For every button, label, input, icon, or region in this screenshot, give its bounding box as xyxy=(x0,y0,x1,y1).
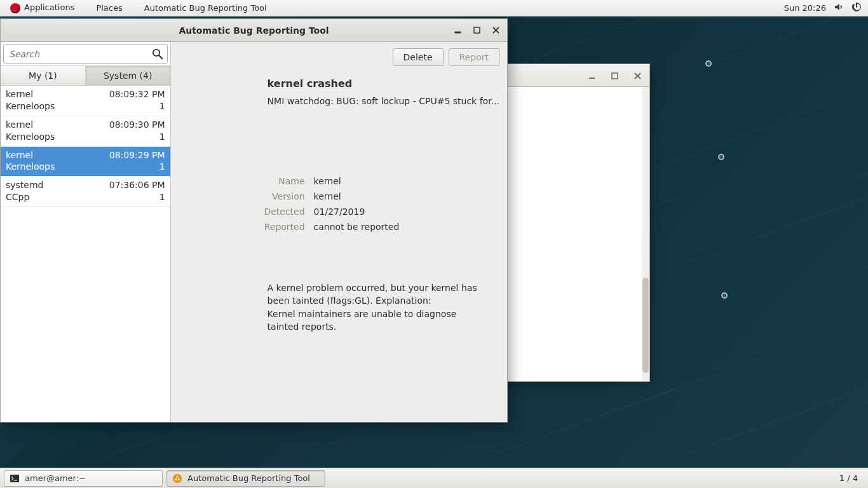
bottom-taskbar: amer@amer:~Automatic Bug Reporting Tool … xyxy=(0,468,868,488)
abrt-sidebar: My (1) System (4) kernel08:09:32 PMKerne… xyxy=(1,42,171,422)
svg-rect-3 xyxy=(474,27,480,33)
taskbar-task[interactable]: Automatic Bug Reporting Tool xyxy=(166,470,325,487)
tab-system[interactable]: System (4) xyxy=(86,66,170,85)
abrt-icon xyxy=(172,473,182,484)
svg-rect-0 xyxy=(589,78,595,79)
svg-rect-7 xyxy=(177,477,177,479)
label-detected: Detected xyxy=(171,207,314,217)
bg-decoration xyxy=(718,154,724,160)
detail-explanation: A kernel problem occurred, but your kern… xyxy=(268,281,484,333)
taskbar-task-label: amer@amer:~ xyxy=(25,473,86,483)
abrt-window-title: Automatic Bug Reporting Tool xyxy=(179,25,329,36)
report-button: Report xyxy=(449,48,499,66)
tab-my[interactable]: My (1) xyxy=(1,66,86,85)
detail-subtitle: NMI watchdog: BUG: soft lockup - CPU#5 s… xyxy=(268,96,499,106)
svg-rect-5 xyxy=(10,475,19,482)
abrt-minimize-button[interactable] xyxy=(449,23,466,38)
terminal-maximize-button[interactable] xyxy=(606,69,623,82)
power-icon[interactable] xyxy=(851,2,862,14)
svg-rect-1 xyxy=(612,73,618,79)
terminal-close-button[interactable] xyxy=(629,69,646,82)
svg-rect-2 xyxy=(455,32,461,33)
distro-logo-icon xyxy=(10,3,20,13)
crash-item[interactable]: systemd07:36:06 PMCCpp1 xyxy=(1,177,170,207)
filter-tabs: My (1) System (4) xyxy=(1,65,170,86)
taskbar-task-label: Automatic Bug Reporting Tool xyxy=(187,473,310,483)
label-name: Name xyxy=(171,176,314,186)
crash-item[interactable]: kernel08:09:30 PMKerneloops1 xyxy=(1,116,170,147)
value-reported: cannot be reported xyxy=(314,222,400,232)
taskbar-task[interactable]: amer@amer:~ xyxy=(4,470,163,487)
applications-label: Applications xyxy=(24,3,74,12)
top-panel: Applications Places Automatic Bug Report… xyxy=(0,0,868,17)
workspace-indicator[interactable]: 1 / 4 xyxy=(833,473,864,483)
label-version: Version xyxy=(171,191,314,201)
crash-detail-pane: Delete Report kernel crashed NMI watchdo… xyxy=(171,42,507,422)
abrt-maximize-button[interactable] xyxy=(468,23,485,38)
crash-item[interactable]: kernel08:09:32 PMKerneloops1 xyxy=(1,86,170,116)
abrt-titlebar[interactable]: Automatic Bug Reporting Tool xyxy=(1,19,507,42)
clock[interactable]: Sun 20:26 xyxy=(784,3,826,13)
label-reported: Reported xyxy=(171,222,314,232)
detail-heading: kernel crashed xyxy=(268,78,507,90)
terminal-scrollbar-thumb[interactable] xyxy=(642,278,649,373)
places-menu[interactable]: Places xyxy=(91,1,127,15)
abrt-close-button[interactable] xyxy=(487,23,505,38)
value-name: kernel xyxy=(314,176,341,186)
terminal-scrollbar[interactable] xyxy=(642,87,649,381)
search-input[interactable] xyxy=(4,46,167,62)
terminal-icon xyxy=(10,473,20,484)
delete-button[interactable]: Delete xyxy=(393,48,444,66)
crash-list[interactable]: kernel08:09:32 PMKerneloops1kernel08:09:… xyxy=(1,86,170,422)
terminal-minimize-button[interactable] xyxy=(583,69,600,82)
volume-icon[interactable] xyxy=(834,2,844,14)
value-version: kernel xyxy=(314,191,341,201)
active-app-menu[interactable]: Automatic Bug Reporting Tool xyxy=(139,1,272,15)
crash-item[interactable]: kernel08:09:29 PMKerneloops1 xyxy=(1,147,170,177)
search-icon[interactable] xyxy=(151,48,164,63)
abrt-window: Automatic Bug Reporting Tool My (1) Syst… xyxy=(0,18,508,423)
value-detected: 01/27/2019 xyxy=(314,207,365,217)
bg-decoration xyxy=(721,292,728,299)
search-field-wrap[interactable] xyxy=(3,44,168,64)
svg-rect-8 xyxy=(177,479,177,480)
bg-decoration xyxy=(705,60,712,67)
applications-menu[interactable]: Applications xyxy=(5,0,79,16)
